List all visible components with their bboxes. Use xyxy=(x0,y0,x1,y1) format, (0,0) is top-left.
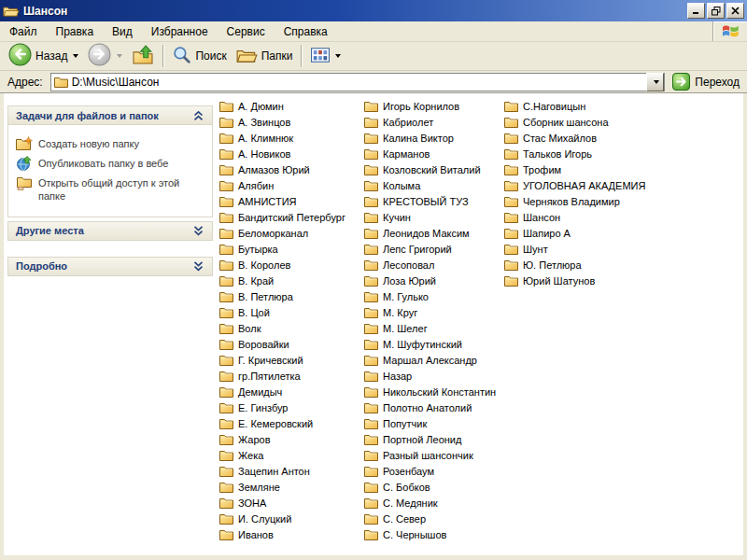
folder-item[interactable]: Г. Кричевский xyxy=(219,352,361,368)
menu-item-Файл[interactable]: Файл xyxy=(0,22,47,41)
forward-button[interactable] xyxy=(83,41,127,71)
up-button[interactable] xyxy=(127,43,159,69)
restore-button[interactable] xyxy=(707,3,725,19)
folder-item[interactable]: М. Гулько xyxy=(364,288,506,304)
folder-item[interactable]: С.Наговицын xyxy=(504,98,646,114)
folder-item[interactable]: Кабриолет xyxy=(364,114,506,130)
folder-item[interactable]: А. Новиков xyxy=(219,146,361,161)
folder-item[interactable]: И. Слуцкий xyxy=(219,511,361,526)
views-button[interactable] xyxy=(306,45,345,68)
folder-item[interactable]: Портной Леонид xyxy=(364,431,506,447)
folder-item[interactable]: Козловский Виталий xyxy=(364,161,506,177)
folder-item[interactable]: Алябин xyxy=(219,177,361,193)
folder-item[interactable]: В. Петлюра xyxy=(219,288,361,304)
minimize-button[interactable] xyxy=(687,3,705,19)
go-button[interactable]: Переход xyxy=(672,73,740,91)
folder-item[interactable]: Лоза Юрий xyxy=(364,273,506,288)
menu-item-Правка[interactable]: Правка xyxy=(47,22,104,41)
folder-item[interactable]: Калина Виктор xyxy=(364,130,506,146)
folder-item[interactable]: С. Медяник xyxy=(364,495,506,511)
folder-item[interactable]: Маршал Александр xyxy=(364,352,506,368)
folder-icon xyxy=(219,306,233,318)
folder-item[interactable]: Бандитский Петербург xyxy=(219,209,361,225)
folder-item[interactable]: С. Север xyxy=(364,511,506,526)
menu-item-Вид[interactable]: Вид xyxy=(103,22,142,41)
folder-item[interactable]: Попутчик xyxy=(364,415,506,431)
folder-item[interactable]: Полотно Анатолий xyxy=(364,399,506,415)
folder-item[interactable]: С. Бобков xyxy=(364,479,506,495)
folder-icon xyxy=(219,433,233,445)
folder-item[interactable]: УГОЛОВНАЯ АКАДЕМИЯ xyxy=(504,177,646,193)
back-arrow-icon xyxy=(8,43,32,69)
folder-item[interactable]: Е. Кемеровский xyxy=(219,415,361,431)
folder-item[interactable]: Земляне xyxy=(219,479,361,495)
title-bar[interactable]: Шансон xyxy=(0,0,747,21)
folder-item[interactable]: Карманов xyxy=(364,146,506,161)
folders-button[interactable]: Папки xyxy=(232,45,298,68)
folder-item[interactable]: Жека xyxy=(219,447,361,463)
folder-item[interactable]: Тальков Игорь xyxy=(504,146,646,161)
folder-item[interactable]: Игорь Корнилов xyxy=(364,98,506,114)
address-path: D:\Music\Шансон xyxy=(72,76,647,89)
folder-item[interactable]: Демидыч xyxy=(219,384,361,399)
folder-item[interactable]: Черняков Владимир xyxy=(504,193,646,209)
folder-item[interactable]: Колыма xyxy=(364,177,506,193)
folder-item[interactable]: Трофим xyxy=(504,161,646,177)
folder-item[interactable]: ЗОНА xyxy=(219,495,361,511)
folder-item[interactable]: Воровайки xyxy=(219,336,361,352)
folder-item[interactable]: А. Дюмин xyxy=(219,98,361,114)
folder-item[interactable]: В. Королев xyxy=(219,257,361,273)
menu-item-Избранное[interactable]: Избранное xyxy=(142,22,218,41)
folder-item[interactable]: Волк xyxy=(219,320,361,336)
folder-item[interactable]: Шансон xyxy=(504,209,646,225)
folder-item[interactable]: АМНИСТИЯ xyxy=(219,193,361,209)
folder-item[interactable]: А. Климнюк xyxy=(219,130,361,146)
folder-item[interactable]: Ю. Петлюра xyxy=(504,257,646,273)
folder-item[interactable]: Никольский Константин xyxy=(364,384,506,399)
folder-icon xyxy=(219,354,233,366)
folder-item[interactable]: Беломорканал xyxy=(219,225,361,241)
close-button[interactable] xyxy=(726,3,744,19)
folder-item[interactable]: А. Звинцов xyxy=(219,114,361,130)
folder-item[interactable]: гр.Пятилетка xyxy=(219,368,361,384)
folder-item[interactable]: Сборник шансона xyxy=(504,114,646,130)
address-input[interactable]: D:\Music\Шансон xyxy=(50,73,666,91)
folder-item[interactable]: Иванов xyxy=(219,526,361,542)
folder-icon xyxy=(504,132,518,144)
folder-item[interactable]: КРЕСТОВЫЙ ТУЗ xyxy=(364,193,506,209)
folder-item[interactable]: Назар xyxy=(364,368,506,384)
folder-icon xyxy=(219,179,233,191)
folder-item[interactable]: Лесоповал xyxy=(364,257,506,273)
folder-item[interactable]: Лепс Григорий xyxy=(364,241,506,257)
search-button[interactable]: Поиск xyxy=(168,44,231,69)
folder-icon xyxy=(364,497,378,509)
back-button[interactable]: Назад xyxy=(4,41,83,71)
folder-item[interactable]: Е. Гинзбур xyxy=(219,399,361,415)
menu-item-Справка[interactable]: Справка xyxy=(275,22,337,41)
folder-icon xyxy=(219,243,233,255)
folder-item[interactable]: Шапиро А xyxy=(504,225,646,241)
folder-item[interactable]: Леонидов Максим xyxy=(364,225,506,241)
folder-item[interactable]: Алмазов Юрий xyxy=(219,161,361,177)
folder-icon xyxy=(364,401,378,413)
address-dropdown-button[interactable] xyxy=(646,73,664,91)
folder-item[interactable]: Розенбаум xyxy=(364,463,506,479)
back-dropdown-icon xyxy=(73,54,78,58)
folder-item[interactable]: Жаров xyxy=(219,431,361,447)
folder-item[interactable]: Бутырка xyxy=(219,241,361,257)
folder-item[interactable]: В. Край xyxy=(219,273,361,288)
folder-item[interactable]: М. Шелег xyxy=(364,320,506,336)
menu-item-Сервис[interactable]: Сервис xyxy=(218,22,275,41)
folder-item[interactable]: С. Чернышов xyxy=(364,526,506,542)
folder-item[interactable]: Кучин xyxy=(364,209,506,225)
folder-item[interactable]: Юрий Шатунов xyxy=(504,273,646,288)
folder-item[interactable]: М. Круг xyxy=(364,304,506,320)
folder-icon xyxy=(504,274,518,287)
folder-item[interactable]: М. Шуфутинский xyxy=(364,336,506,352)
folder-item[interactable]: Разный шансончик xyxy=(364,447,506,463)
folder-icon xyxy=(364,481,378,493)
folder-item[interactable]: В. Цой xyxy=(219,304,361,320)
folder-item[interactable]: Зацепин Антон xyxy=(219,463,361,479)
folder-item[interactable]: Шунт xyxy=(504,241,646,257)
folder-item[interactable]: Стас Михайлов xyxy=(504,130,646,146)
